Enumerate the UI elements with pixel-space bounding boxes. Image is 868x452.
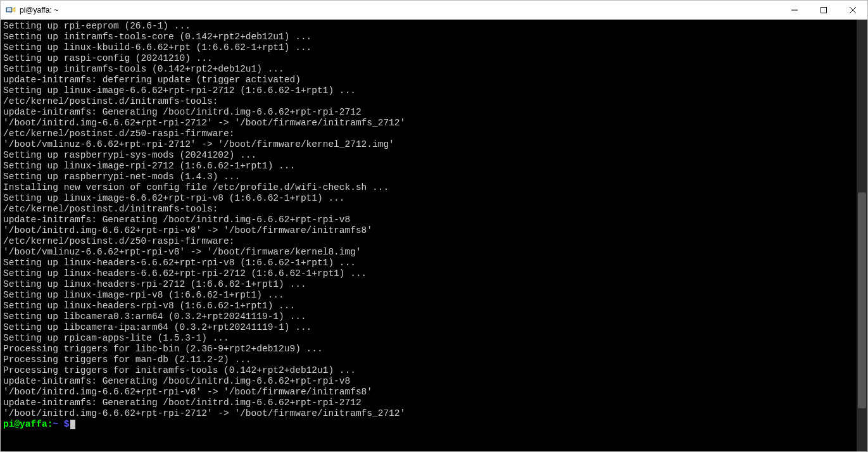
prompt-dollar: $	[58, 419, 69, 429]
terminal-line: '/boot/vmlinuz-6.6.62+rpt-rpi-2712' -> '…	[3, 139, 865, 150]
prompt-user-host: pi@yaffa	[3, 419, 47, 429]
terminal-line: Setting up initramfs-tools (0.142+rpt2+d…	[3, 64, 865, 75]
terminal-line: Setting up linux-headers-rpi-v8 (1:6.6.6…	[3, 301, 865, 311]
putty-icon	[6, 5, 16, 15]
terminal-line: Setting up linux-image-rpi-2712 (1:6.6.6…	[3, 161, 865, 172]
terminal-line: update-initramfs: Generating /boot/initr…	[3, 107, 865, 118]
terminal-line: Setting up rpicam-apps-lite (1.5.3-1) ..…	[3, 333, 865, 344]
terminal-line: update-initramfs: Generating /boot/initr…	[3, 215, 865, 225]
terminal-line: Setting up linux-headers-6.6.62+rpt-rpi-…	[3, 268, 865, 279]
terminal-line: update-initramfs: Generating /boot/initr…	[3, 398, 865, 408]
terminal-line: /etc/kernel/postinst.d/initramfs-tools:	[3, 96, 865, 107]
scrollbar-thumb[interactable]	[858, 192, 866, 408]
terminal-line: Setting up initramfs-tools-core (0.142+r…	[3, 32, 865, 42]
terminal-line: Setting up raspberrypi-sys-mods (2024120…	[3, 150, 865, 161]
maximize-button[interactable]	[809, 1, 838, 20]
terminal-line: Setting up linux-headers-6.6.62+rpt-rpi-…	[3, 258, 865, 268]
terminal-line: Setting up libcamera0.3:arm64 (0.3.2+rpt…	[3, 311, 865, 322]
terminal-line: '/boot/initrd.img-6.6.62+rpt-rpi-v8' -> …	[3, 225, 865, 236]
titlebar[interactable]: pi@yaffa: ~	[1, 1, 867, 20]
close-button[interactable]	[838, 1, 867, 20]
terminal-line: Setting up linux-image-6.6.62+rpt-rpi-27…	[3, 85, 865, 96]
minimize-button[interactable]	[780, 1, 809, 20]
svg-rect-1	[7, 8, 11, 11]
prompt-cwd: ~	[53, 419, 58, 429]
scrollbar[interactable]	[857, 20, 867, 451]
terminal-line: Setting up linux-image-rpi-v8 (1:6.6.62-…	[3, 290, 865, 301]
terminal-line: /etc/kernel/postinst.d/z50-raspi-firmwar…	[3, 236, 865, 247]
terminal-line: Setting up rpi-eeprom (26.6-1) ...	[3, 21, 865, 32]
terminal-line: update-initramfs: Generating /boot/initr…	[3, 376, 865, 387]
terminal-line: /etc/kernel/postinst.d/z50-raspi-firmwar…	[3, 129, 865, 139]
terminal-cursor	[70, 420, 75, 429]
svg-rect-2	[821, 7, 827, 13]
terminal-line: Setting up linux-kbuild-6.6.62+rpt (1:6.…	[3, 42, 865, 53]
terminal-line: update-initramfs: deferring update (trig…	[3, 75, 865, 85]
terminal-line: '/boot/initrd.img-6.6.62+rpt-rpi-v8' -> …	[3, 387, 865, 398]
terminal-line: Setting up raspi-config (20241210) ...	[3, 53, 865, 64]
terminal-line: Processing triggers for libc-bin (2.36-9…	[3, 344, 865, 355]
terminal-window: pi@yaffa: ~ Setting up rpi-eeprom (26.6-…	[0, 0, 868, 452]
window-title: pi@yaffa: ~	[20, 6, 58, 15]
terminal-output[interactable]: Setting up rpi-eeprom (26.6-1) ...Settin…	[1, 20, 867, 451]
terminal-line: Setting up linux-headers-rpi-2712 (1:6.6…	[3, 279, 865, 290]
terminal-line: '/boot/initrd.img-6.6.62+rpt-rpi-2712' -…	[3, 118, 865, 129]
terminal-prompt[interactable]: pi@yaffa:~ $	[3, 419, 865, 430]
terminal-line: Processing triggers for man-db (2.11.2-2…	[3, 355, 865, 365]
terminal-line: Installing new version of config file /e…	[3, 182, 865, 193]
terminal-line: Setting up linux-image-6.6.62+rpt-rpi-v8…	[3, 193, 865, 204]
terminal-line: Processing triggers for initramfs-tools …	[3, 365, 865, 376]
terminal-line: /etc/kernel/postinst.d/initramfs-tools:	[3, 204, 865, 215]
terminal-line: Setting up raspberrypi-net-mods (1.4.3) …	[3, 172, 865, 182]
terminal-line: Setting up libcamera-ipa:arm64 (0.3.2+rp…	[3, 322, 865, 333]
terminal-line: '/boot/vmlinuz-6.6.62+rpt-rpi-v8' -> '/b…	[3, 247, 865, 258]
terminal-line: '/boot/initrd.img-6.6.62+rpt-rpi-2712' -…	[3, 408, 865, 419]
